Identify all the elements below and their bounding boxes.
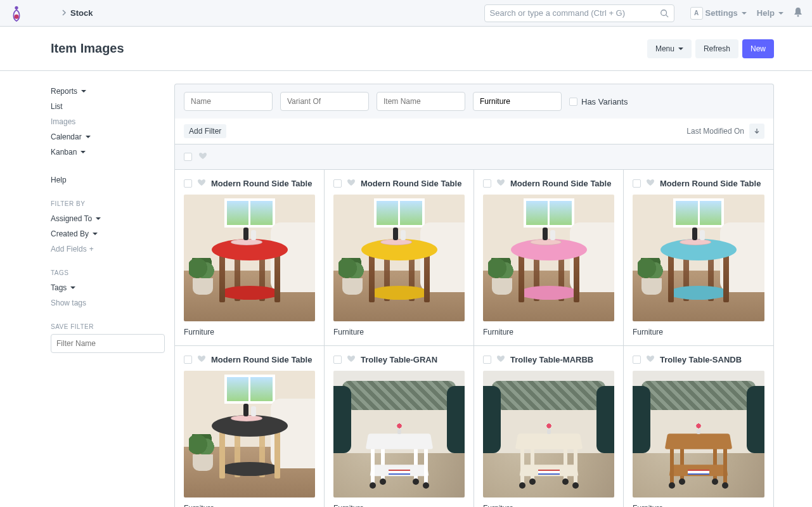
arrow-down-icon <box>754 128 760 134</box>
help-label: Help <box>757 8 775 18</box>
svg-point-4 <box>797 15 799 17</box>
top-bar: Stock Search or type a command (Ctrl + G… <box>0 0 812 27</box>
item-card[interactable]: Modern Round Side Table Furniture <box>325 170 474 346</box>
select-all-bar <box>174 144 774 170</box>
top-right-menu: A Settings Help <box>690 7 802 20</box>
new-button[interactable]: New <box>742 39 774 58</box>
item-thumbnail <box>184 371 315 497</box>
item-card[interactable]: Modern Round Side Table Furniture <box>474 170 624 346</box>
item-card[interactable]: Trolley Table-SANDB Furniture <box>624 346 773 507</box>
page-actions: Menu Refresh New <box>647 39 774 58</box>
notifications-icon[interactable] <box>794 7 802 19</box>
caret-down-icon <box>81 151 86 153</box>
item-title: Trolley Table-MARBB <box>510 355 593 364</box>
like-icon[interactable] <box>496 355 505 364</box>
like-icon[interactable] <box>646 179 655 188</box>
filter-item-name[interactable] <box>377 92 465 111</box>
like-icon[interactable] <box>496 179 505 188</box>
filter-variant-of[interactable] <box>280 92 369 111</box>
avatar: A <box>690 7 703 20</box>
add-fields[interactable]: Add Fields + <box>51 241 165 257</box>
caret-down-icon <box>678 48 683 50</box>
item-thumbnail <box>333 371 465 497</box>
item-category: Furniture <box>333 328 465 337</box>
sidebar-list[interactable]: List <box>51 99 165 114</box>
item-thumbnail <box>483 371 614 497</box>
like-icon[interactable] <box>197 179 206 188</box>
filter-by-heading: FILTER BY <box>51 200 165 207</box>
sidebar-calendar[interactable]: Calendar <box>51 129 165 144</box>
filters-bar: Has Variants <box>174 84 774 119</box>
item-thumbnail <box>184 195 315 321</box>
item-category: Furniture <box>184 504 315 507</box>
sidebar-reports[interactable]: Reports <box>51 84 165 99</box>
sidebar: Reports List Images Calendar Kanban Help… <box>51 84 165 507</box>
item-thumbnail <box>633 371 764 497</box>
select-all-checkbox[interactable] <box>184 153 192 161</box>
like-icon[interactable] <box>197 355 206 364</box>
sidebar-images[interactable]: Images <box>51 114 165 129</box>
like-icon[interactable] <box>347 179 356 188</box>
item-title: Trolley Table-GRAN <box>361 355 437 364</box>
plus-icon: + <box>89 245 94 254</box>
item-checkbox[interactable] <box>483 179 491 188</box>
sort-direction-button[interactable] <box>749 124 764 139</box>
items-grid: Modern Round Side Table Furniture Mode <box>174 170 774 507</box>
item-category: Furniture <box>184 328 315 337</box>
like-icon[interactable] <box>646 355 655 364</box>
app-logo[interactable] <box>10 4 23 22</box>
caret-down-icon <box>81 90 86 93</box>
show-tags[interactable]: Show tags <box>51 295 165 311</box>
refresh-button[interactable]: Refresh <box>695 39 738 58</box>
caret-down-icon <box>778 12 783 15</box>
filter-name-input[interactable] <box>51 334 165 353</box>
item-checkbox[interactable] <box>184 179 192 188</box>
item-checkbox[interactable] <box>633 179 641 188</box>
item-checkbox[interactable] <box>333 179 342 188</box>
item-category: Furniture <box>333 504 465 507</box>
menu-button[interactable]: Menu <box>647 39 692 58</box>
filter-assigned-to[interactable]: Assigned To <box>51 211 165 226</box>
item-checkbox[interactable] <box>633 356 641 364</box>
sort-label[interactable]: Last Modified On <box>686 127 744 136</box>
settings-label: Settings <box>706 8 738 18</box>
item-thumbnail <box>483 195 614 321</box>
caret-down-icon <box>86 136 91 138</box>
has-variants-checkbox[interactable]: Has Variants <box>569 97 628 106</box>
filter-item-group[interactable] <box>473 92 562 111</box>
breadcrumb-item[interactable]: Stock <box>70 8 93 18</box>
filter-name[interactable] <box>184 92 273 111</box>
global-search[interactable]: Search or type a command (Ctrl + G) <box>484 4 674 22</box>
search-icon <box>660 9 669 18</box>
item-checkbox[interactable] <box>184 356 192 364</box>
item-card[interactable]: Modern Round Side Table Furniture <box>175 170 325 346</box>
item-title: Trolley Table-SANDB <box>660 355 742 364</box>
item-card[interactable]: Modern Round Side Table Furniture <box>624 170 773 346</box>
filter-created-by[interactable]: Created By <box>51 226 165 241</box>
item-checkbox[interactable] <box>483 356 491 364</box>
item-card[interactable]: Trolley Table-GRAN Furniture <box>325 346 474 507</box>
svg-point-1 <box>15 14 19 18</box>
item-card[interactable]: Modern Round Side Table Furniture <box>175 346 325 507</box>
sidebar-kanban[interactable]: Kanban <box>51 144 165 160</box>
sidebar-help[interactable]: Help <box>51 172 165 188</box>
page-title: Item Images <box>51 41 124 56</box>
item-category: Furniture <box>483 504 614 507</box>
item-category: Furniture <box>633 504 764 507</box>
like-icon[interactable] <box>347 355 356 364</box>
tags-dropdown[interactable]: Tags <box>51 280 165 295</box>
add-filter-button[interactable]: Add Filter <box>184 124 226 138</box>
item-card[interactable]: Trolley Table-MARBB Furniture <box>474 346 624 507</box>
help-menu[interactable]: Help <box>757 8 783 18</box>
item-thumbnail <box>333 195 465 321</box>
item-checkbox[interactable] <box>333 356 342 364</box>
filters-sub-bar: Add Filter Last Modified On <box>174 119 774 144</box>
like-all-icon[interactable] <box>198 152 207 162</box>
svg-point-2 <box>661 10 666 15</box>
tags-heading: TAGS <box>51 269 165 276</box>
user-menu[interactable]: A Settings <box>690 7 747 20</box>
item-title: Modern Round Side Table <box>361 179 461 188</box>
item-title: Modern Round Side Table <box>211 355 312 364</box>
caret-down-icon <box>96 217 101 220</box>
page-header: Item Images Menu Refresh New <box>0 27 812 71</box>
